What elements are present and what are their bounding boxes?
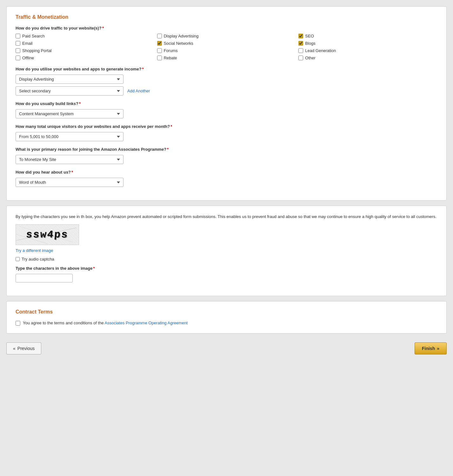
checkbox-lead-gen[interactable]: Lead Generation <box>298 48 437 53</box>
cb-lead-gen[interactable] <box>298 48 303 53</box>
links-question-label: How do you usually build links?* <box>16 101 437 106</box>
income-question-group: How do you utilise your websites and app… <box>16 67 437 96</box>
audio-captcha-row: Try audio captcha <box>16 257 437 261</box>
traffic-question-label: How do you drive traffic to your website… <box>16 26 437 30</box>
income-primary-select[interactable]: Display Advertising Affiliate Marketing … <box>16 75 123 84</box>
section-title-contract: Contract Terms <box>16 309 437 315</box>
audio-captcha-checkbox[interactable] <box>16 257 20 261</box>
reason-question-label: What is your primary reason for joining … <box>16 147 437 152</box>
cb-social[interactable] <box>157 41 162 46</box>
captcha-image: ssw4ps <box>16 224 79 245</box>
cb-paid-search[interactable] <box>16 34 20 38</box>
checkbox-seo[interactable]: SEO <box>298 34 437 38</box>
terms-link[interactable]: Associates Programme Operating Agreement <box>105 321 188 325</box>
captcha-type-input[interactable] <box>16 274 73 282</box>
captcha-card: By typing the characters you see in th b… <box>6 206 447 296</box>
traffic-checkboxes: Paid Search Display Advertising SEO Emai… <box>16 34 437 60</box>
hear-question-group: How did you hear about us?* Word of Mout… <box>16 170 437 187</box>
income-primary-row: Display Advertising Affiliate Marketing … <box>16 75 437 84</box>
terms-text: You agree to the terms and conditions of… <box>23 321 188 325</box>
cb-seo[interactable] <box>298 34 303 38</box>
finish-button[interactable]: Finish <box>415 342 447 354</box>
chevron-right-icon <box>437 346 439 351</box>
cb-shopping[interactable] <box>16 48 20 53</box>
checkbox-email[interactable]: Email <box>16 41 155 46</box>
checkbox-forums[interactable]: Forums <box>157 48 296 53</box>
navigation-bar: Previous Finish <box>6 339 447 358</box>
cb-other[interactable] <box>298 56 303 60</box>
previous-button[interactable]: Previous <box>6 342 41 354</box>
captcha-input-group: Type the characters in the above image* <box>16 266 437 282</box>
terms-agreement-row: You agree to the terms and conditions of… <box>16 321 437 326</box>
cb-blogs[interactable] <box>298 41 303 46</box>
visitors-select[interactable]: Less than 500 From 500 to 5,000 From 5,0… <box>16 132 123 141</box>
reason-select[interactable]: To Monetize My Site To Earn Extra Income… <box>16 155 123 164</box>
visitors-question-group: How many total unique visitors do your w… <box>16 124 437 141</box>
terms-checkbox[interactable] <box>16 321 20 326</box>
visitors-question-label: How many total unique visitors do your w… <box>16 124 437 129</box>
section-title-traffic: Traffic & Monetization <box>16 14 437 20</box>
cb-offline[interactable] <box>16 56 20 60</box>
checkbox-shopping[interactable]: Shopping Portal <box>16 48 155 53</box>
checkbox-rebate[interactable]: Rebate <box>157 56 296 60</box>
hear-question-label: How did you hear about us?* <box>16 170 437 175</box>
chevron-left-icon <box>13 346 16 351</box>
traffic-monetization-card: Traffic & Monetization How do you drive … <box>6 6 447 201</box>
audio-captcha-label: Try audio captcha <box>22 257 54 261</box>
checkbox-paid-search[interactable]: Paid Search <box>16 34 155 38</box>
cb-forums[interactable] <box>157 48 162 53</box>
checkbox-social[interactable]: Social Networks <box>157 41 296 46</box>
contract-terms-card: Contract Terms You agree to the terms an… <box>6 301 447 334</box>
reason-question-group: What is your primary reason for joining … <box>16 147 437 164</box>
cb-email[interactable] <box>16 41 20 46</box>
cb-display-adv[interactable] <box>157 34 162 38</box>
links-question-group: How do you usually build links?* Content… <box>16 101 437 118</box>
captcha-type-label: Type the characters in the above image* <box>16 266 437 271</box>
cb-rebate[interactable] <box>157 56 162 60</box>
add-another-link[interactable]: Add Another <box>127 89 150 93</box>
income-secondary-row: Select secondary Display Advertising Aff… <box>16 86 437 96</box>
checkbox-blogs[interactable]: Blogs <box>298 41 437 46</box>
captcha-description: By typing the characters you see in th b… <box>16 214 437 220</box>
try-different-link[interactable]: Try a different image <box>16 248 437 253</box>
links-select[interactable]: Content Management System Manually API O… <box>16 109 123 118</box>
income-question-label: How do you utilise your websites and app… <box>16 67 437 71</box>
checkbox-other[interactable]: Other <box>298 56 437 60</box>
hear-select[interactable]: Word of Mouth Search Engine Social Media… <box>16 178 123 187</box>
captcha-code: ssw4ps <box>26 229 69 241</box>
checkbox-display-adv[interactable]: Display Advertising <box>157 34 296 38</box>
income-secondary-select[interactable]: Select secondary Display Advertising Aff… <box>16 86 123 96</box>
traffic-question-group: How do you drive traffic to your website… <box>16 26 437 60</box>
checkbox-offline[interactable]: Offline <box>16 56 155 60</box>
